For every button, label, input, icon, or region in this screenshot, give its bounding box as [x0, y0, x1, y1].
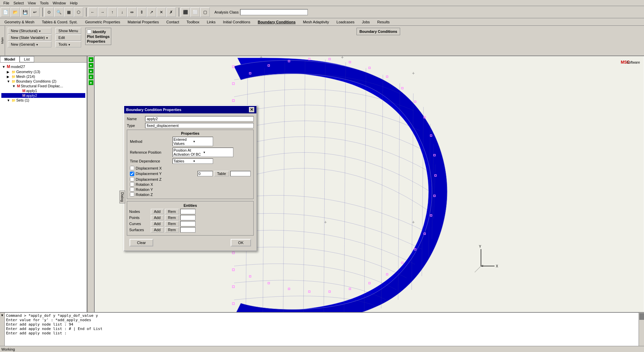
tree-item-label: Geometry (13) [16, 70, 40, 74]
dialog-tab[interactable]: Dialog [119, 191, 125, 203]
tree-item-apply2[interactable]: M apply2 [1, 93, 85, 98]
nav-initial[interactable]: Initial Conditions [219, 19, 254, 25]
curves-add-btn[interactable]: Add [151, 221, 164, 226]
icon-btn-3[interactable]: ■ [88, 68, 94, 74]
struct-icon: M [17, 84, 20, 88]
toolbar-rot1[interactable]: ↗ [147, 7, 156, 17]
points-add-btn[interactable]: Add [151, 215, 164, 220]
menu-window[interactable]: Window [51, 1, 68, 5]
dialog-close-btn[interactable]: ✕ [249, 107, 254, 112]
nav-mesh-adapt[interactable]: Mesh Adaptivity [299, 19, 333, 25]
points-value[interactable]: 0 [180, 215, 196, 220]
toolbar-down[interactable]: ↓ [117, 7, 127, 17]
menu-file[interactable]: File [1, 1, 12, 5]
surfaces-rem-btn[interactable]: Rem [165, 227, 179, 233]
nav-boundary[interactable]: Boundary Conditions [254, 19, 299, 25]
tree-item-sets[interactable]: ▼ 📁 Sets (1) [1, 98, 85, 103]
nav-tables[interactable]: Tables & Coord. Syst. [38, 19, 82, 25]
toolbar-out[interactable]: ⇕ [137, 7, 146, 17]
nodes-rem-btn[interactable]: Rem [165, 209, 179, 214]
tree-item-apply1[interactable]: M apply1 [1, 88, 85, 93]
toolbar-open[interactable]: 📂 [10, 7, 20, 17]
toolbar-rot3[interactable]: ✗ [166, 7, 176, 17]
toolbar-rot2[interactable]: ✕ [157, 7, 166, 17]
collapse-btn[interactable]: ▼ [0, 313, 4, 318]
disp-y-row: Displacement Y Table [130, 171, 251, 176]
toolbar-mesh2[interactable]: ⬜ [190, 7, 200, 17]
toolbar-fit[interactable]: ⊙ [44, 7, 54, 17]
nav-loadcases[interactable]: Loadcases [333, 19, 358, 25]
surfaces-value[interactable]: 0 [180, 227, 196, 233]
menu-tools[interactable]: Tools [38, 1, 51, 5]
method-dropdown[interactable]: Entered Values ▼ [172, 137, 213, 146]
ok-btn[interactable]: OK [231, 239, 251, 246]
tools-btn[interactable]: Tools [55, 41, 81, 47]
icon-btn-4[interactable]: ■ [88, 74, 94, 80]
svg-text:+: + [412, 219, 415, 225]
menu-select[interactable]: Select [12, 1, 26, 5]
toolbar-mesh1[interactable]: ⬛ [181, 7, 190, 17]
tree-item-bc[interactable]: ▼ 📁 Boundary Conditions (2) [1, 79, 85, 84]
dialog-title-bar[interactable]: Boundary Condition Properties ✕ [124, 106, 256, 113]
toolbar-new[interactable]: 📄 [1, 7, 10, 17]
scrollbar-thumb[interactable] [639, 313, 644, 320]
toolbar-zoom[interactable]: 🔍 [54, 7, 64, 17]
disp-y-checkbox[interactable] [130, 172, 134, 176]
timedep-dropdown[interactable]: Tables ▼ [172, 158, 213, 164]
nav-geometry[interactable]: Geometry & Mesh [1, 19, 38, 25]
identify-checkbox[interactable] [87, 29, 91, 34]
disp-x-checkbox[interactable] [130, 166, 134, 170]
tree-item-structural[interactable]: ▼ M Structural Fixed Displac... [1, 84, 85, 88]
show-menu-btn[interactable]: Show Menu [55, 28, 81, 34]
toolbar-save[interactable]: 💾 [20, 7, 30, 17]
new-general-btn[interactable]: New (General) [8, 41, 51, 47]
nav-toolbox[interactable]: Toolbox [183, 19, 203, 25]
disp-y-table-input[interactable] [230, 171, 251, 176]
nodes-add-btn[interactable]: Add [151, 209, 164, 214]
nav-jobs[interactable]: Jobs [358, 19, 373, 25]
menu-help[interactable]: Help [68, 1, 80, 5]
toolbar-left[interactable]: ← [88, 7, 97, 17]
icon-btn-5[interactable]: ■ [88, 80, 94, 85]
icon-btn-1[interactable]: ■ [88, 57, 94, 62]
surfaces-add-btn[interactable]: Add [151, 227, 164, 233]
tree-item-geometry[interactable]: ▶ 📁 Geometry (13) [1, 69, 85, 74]
nodes-value[interactable]: 0 [180, 209, 196, 214]
tree-tab-model[interactable]: Model [0, 56, 20, 62]
icon-btn-2[interactable]: ■ [88, 63, 94, 68]
nav-material[interactable]: Material Properties [124, 19, 162, 25]
command-scrollbar[interactable] [639, 313, 644, 346]
clear-btn[interactable]: Clear [130, 239, 153, 246]
nav-results[interactable]: Results [373, 19, 393, 25]
nav-geom-props[interactable]: Geometric Properties [81, 19, 124, 25]
curves-value[interactable]: 0 [180, 221, 196, 226]
toolbar-in[interactable]: ⇔ [127, 7, 137, 17]
tree-tab-list[interactable]: List [20, 56, 34, 62]
menu-view[interactable]: View [26, 1, 38, 5]
refpos-dropdown[interactable]: Position At Activation Of BC ▼ [172, 148, 233, 157]
nav-links[interactable]: Links [203, 19, 220, 25]
disp-y-input[interactable] [198, 171, 213, 176]
toolbar-render[interactable]: ▦ [64, 7, 73, 17]
new-state-btn[interactable]: New (State Variable) [8, 35, 51, 41]
analysis-class-input[interactable]: Structural [240, 9, 308, 15]
toolbar-up[interactable]: ↑ [108, 7, 117, 17]
toolbar-undo[interactable]: ↩ [30, 7, 40, 17]
disp-y-table-btn[interactable]: Table [214, 171, 229, 176]
tree-item-mesh[interactable]: ▶ 📁 Mesh (214) [1, 74, 85, 79]
curves-rem-btn[interactable]: Rem [165, 221, 179, 226]
method-label: Method [130, 139, 170, 144]
points-rem-btn[interactable]: Rem [165, 215, 179, 220]
toolbar-right[interactable]: → [98, 7, 107, 17]
disp-z-checkbox[interactable] [130, 177, 134, 181]
toolbar-wire[interactable]: ⬡ [74, 7, 83, 17]
tree-item-model27[interactable]: ▼ M model27 [1, 64, 85, 69]
rot-x-checkbox[interactable] [130, 182, 134, 186]
rot-y-checkbox[interactable] [130, 187, 134, 192]
tree-item-label: apply2 [26, 93, 37, 97]
rot-z-checkbox[interactable] [130, 192, 134, 197]
new-structural-btn[interactable]: New (Structural) [8, 28, 51, 34]
toolbar-mesh3[interactable]: ▢ [200, 7, 210, 17]
nav-contact[interactable]: Contact [163, 19, 183, 25]
edit-btn[interactable]: Edit [55, 35, 81, 41]
